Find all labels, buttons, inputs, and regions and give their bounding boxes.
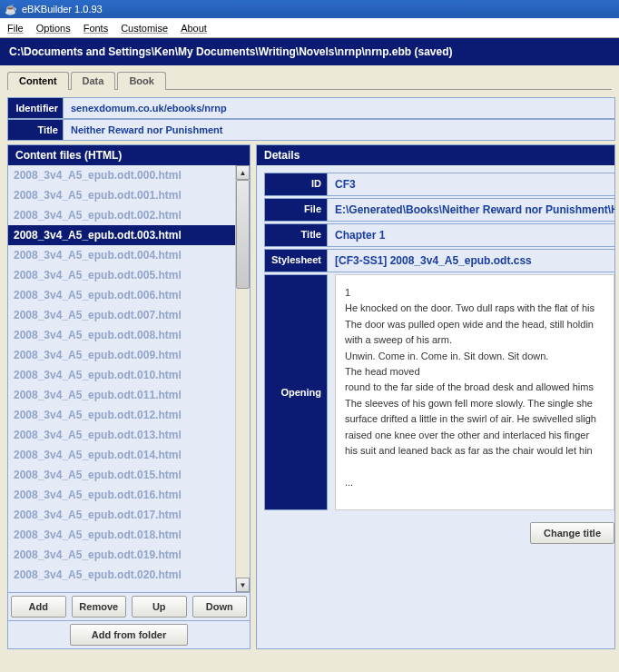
scroll-track[interactable] (236, 180, 250, 578)
detail-title-value: Chapter 1 (328, 223, 614, 247)
list-item[interactable]: 2008_3v4_A5_epub.odt.009.html (8, 345, 235, 365)
list-item[interactable]: 2008_3v4_A5_epub.odt.017.html (8, 505, 235, 525)
list-item[interactable]: 2008_3v4_A5_epub.odt.002.html (8, 205, 235, 225)
scroll-down-icon[interactable]: ▼ (236, 578, 250, 592)
title-label: Title (7, 119, 64, 141)
menu-fonts[interactable]: Fonts (84, 23, 109, 34)
tab-content[interactable]: Content (7, 72, 69, 90)
menu-customise[interactable]: Customise (121, 23, 168, 34)
list-item[interactable]: 2008_3v4_A5_epub.odt.005.html (8, 265, 235, 285)
list-item[interactable]: 2008_3v4_A5_epub.odt.007.html (8, 305, 235, 325)
detail-stylesheet-label: Stylesheet (264, 249, 328, 272)
detail-stylesheet-value: [CF3-SS1] 2008_3v4_A5_epub.odt.css (328, 249, 614, 272)
details-heading: Details (257, 145, 614, 165)
list-item[interactable]: 2008_3v4_A5_epub.odt.015.html (8, 465, 235, 485)
list-item[interactable]: 2008_3v4_A5_epub.odt.003.html (8, 225, 235, 245)
file-path-bar: C:\Documents and Settings\Ken\My Documen… (0, 38, 619, 65)
list-item[interactable]: 2008_3v4_A5_epub.odt.016.html (8, 485, 235, 505)
detail-id-value: CF3 (328, 173, 614, 196)
up-button[interactable]: Up (132, 596, 187, 618)
content-file-list[interactable]: 2008_3v4_A5_epub.odt.000.html2008_3v4_A5… (8, 165, 235, 592)
list-item[interactable]: 2008_3v4_A5_epub.odt.012.html (8, 405, 235, 425)
detail-opening-label: Opening (264, 274, 328, 510)
menu-about[interactable]: About (181, 23, 207, 34)
remove-button[interactable]: Remove (72, 596, 127, 618)
list-item[interactable]: 2008_3v4_A5_epub.odt.013.html (8, 425, 235, 445)
menu-file[interactable]: File (7, 23, 24, 34)
opening-preview: 1He knocked on the door. Two dull raps w… (335, 274, 614, 510)
detail-file-value: E:\Generated\Books\Neither Reward nor Pu… (328, 198, 614, 222)
detail-title-label: Title (264, 223, 328, 247)
details-panel: Details ID CF3 File E:\Generated\Books\N… (256, 144, 615, 649)
list-item[interactable]: 2008_3v4_A5_epub.odt.000.html (8, 165, 235, 185)
add-from-folder-button[interactable]: Add from folder (70, 624, 188, 646)
list-item[interactable]: 2008_3v4_A5_epub.odt.019.html (8, 545, 235, 565)
app-icon: ☕ (4, 3, 18, 15)
change-title-button[interactable]: Change title (530, 522, 614, 544)
down-button[interactable]: Down (192, 596, 248, 618)
detail-id-label: ID (264, 173, 328, 196)
list-item[interactable]: 2008_3v4_A5_epub.odt.018.html (8, 525, 235, 545)
identifier-label: Identifier (7, 97, 64, 119)
list-item[interactable]: 2008_3v4_A5_epub.odt.014.html (8, 445, 235, 465)
list-item[interactable]: 2008_3v4_A5_epub.odt.008.html (8, 325, 235, 345)
content-files-panel: Content files (HTML) 2008_3v4_A5_epub.od… (7, 144, 251, 649)
list-item[interactable]: 2008_3v4_A5_epub.odt.011.html (8, 385, 235, 405)
tab-row: Content Data Book (7, 71, 612, 89)
menubar: File Options Fonts Customise About (0, 18, 619, 38)
list-item[interactable]: 2008_3v4_A5_epub.odt.006.html (8, 285, 235, 305)
list-item[interactable]: 2008_3v4_A5_epub.odt.010.html (8, 365, 235, 385)
file-path: C:\Documents and Settings\Ken\My Documen… (9, 45, 453, 58)
tab-book[interactable]: Book (117, 72, 166, 90)
scrollbar[interactable]: ▲ ▼ (235, 165, 250, 592)
add-button[interactable]: Add (11, 596, 66, 618)
title-value[interactable]: Neither Reward nor Punishment (64, 119, 615, 141)
detail-file-label: File (264, 198, 328, 222)
tab-data[interactable]: Data (71, 72, 116, 90)
list-item[interactable]: 2008_3v4_A5_epub.odt.001.html (8, 185, 235, 205)
list-item[interactable]: 2008_3v4_A5_epub.odt.004.html (8, 245, 235, 265)
scroll-up-icon[interactable]: ▲ (236, 165, 250, 180)
window-title: eBKBuilder 1.0.93 (22, 4, 103, 15)
list-item[interactable]: 2008_3v4_A5_epub.odt.020.html (8, 565, 235, 585)
identifier-value[interactable]: senexdomum.co.uk/ebooks/nrnp (64, 97, 615, 119)
menu-options[interactable]: Options (36, 23, 71, 34)
content-files-heading: Content files (HTML) (8, 145, 250, 165)
window-titlebar: ☕ eBKBuilder 1.0.93 (0, 0, 619, 18)
scroll-thumb[interactable] (236, 180, 250, 289)
